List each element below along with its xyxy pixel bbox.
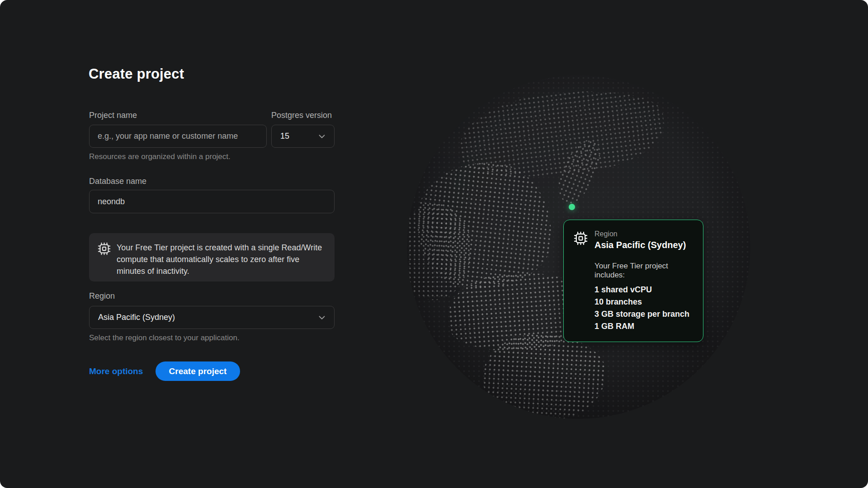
free-tier-info-box: Your Free Tier project is created with a… [89,233,335,282]
project-name-helper: Resources are organized within a project… [89,152,231,161]
region-label: Region [89,291,115,301]
region-marker-dot [569,204,575,210]
region-tooltip: Region Asia Pacific (Sydney) Your Free T… [563,220,703,342]
tooltip-includes-heading: Your Free Tier project includes: [594,262,692,280]
tooltip-feature: 3 GB storage per branch [594,308,692,320]
chevron-down-icon [317,131,327,141]
tooltip-feature: 1 GB RAM [594,320,692,333]
page-title: Create project [89,66,184,82]
chevron-down-icon [317,313,327,323]
region-select[interactable]: Asia Pacific (Sydney) [89,306,335,329]
project-name-input[interactable] [89,125,267,148]
tooltip-feature-list: 1 shared vCPU 10 branches 3 GB storage p… [594,284,692,333]
cpu-icon [574,231,588,245]
tooltip-feature: 1 shared vCPU [594,284,692,296]
postgres-version-value: 15 [280,131,289,141]
postgres-version-select[interactable]: 15 [271,125,335,148]
more-options-link[interactable]: More options [89,366,143,376]
cpu-icon [98,242,111,255]
tooltip-region-value: Asia Pacific (Sydney) [594,240,686,250]
region-select-value: Asia Pacific (Sydney) [98,313,175,322]
tooltip-region-label: Region [594,230,686,238]
database-name-label: Database name [89,177,146,186]
tooltip-feature: 10 branches [594,296,692,308]
project-name-label: Project name [89,111,137,120]
create-project-screen: Create project Project name Postgres ver… [0,0,868,488]
region-helper: Select the region closest to your applic… [89,333,240,343]
free-tier-note: Your Free Tier project is created with a… [117,242,325,273]
create-project-button[interactable]: Create project [156,361,240,381]
postgres-version-label: Postgres version [271,111,332,120]
database-name-input[interactable] [89,190,335,213]
